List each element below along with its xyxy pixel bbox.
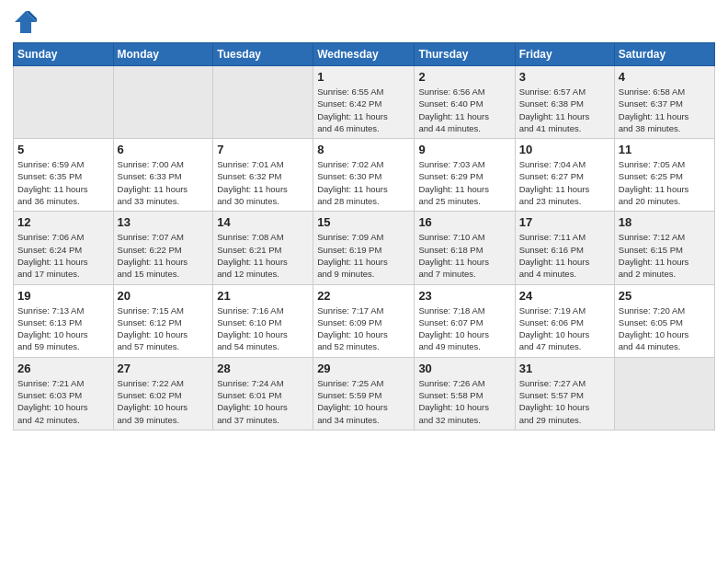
- day-number: 19: [17, 289, 109, 303]
- calendar-day-cell: 28Sunrise: 7:24 AM Sunset: 6:01 PM Dayli…: [213, 357, 313, 430]
- calendar-day-cell: 15Sunrise: 7:09 AM Sunset: 6:19 PM Dayli…: [313, 212, 415, 284]
- weekday-header-thursday: Thursday: [415, 43, 515, 66]
- calendar-week-row: 12Sunrise: 7:06 AM Sunset: 6:24 PM Dayli…: [14, 212, 715, 284]
- weekday-header-row: SundayMondayTuesdayWednesdayThursdayFrid…: [14, 43, 715, 66]
- day-info: Sunrise: 7:21 AM Sunset: 6:03 PM Dayligh…: [17, 377, 109, 426]
- day-info: Sunrise: 7:06 AM Sunset: 6:24 PM Dayligh…: [17, 231, 109, 280]
- day-number: 12: [17, 215, 109, 229]
- day-info: Sunrise: 7:02 AM Sunset: 6:30 PM Dayligh…: [317, 158, 410, 207]
- calendar-day-cell: 20Sunrise: 7:15 AM Sunset: 6:12 PM Dayli…: [113, 284, 213, 357]
- calendar-day-cell: [213, 66, 313, 139]
- day-info: Sunrise: 6:56 AM Sunset: 6:40 PM Dayligh…: [418, 86, 510, 134]
- day-number: 10: [519, 143, 610, 156]
- day-number: 28: [217, 362, 309, 375]
- day-info: Sunrise: 7:08 AM Sunset: 6:21 PM Dayligh…: [217, 231, 309, 280]
- day-number: 17: [519, 215, 610, 229]
- day-number: 6: [118, 143, 210, 156]
- day-info: Sunrise: 7:19 AM Sunset: 6:06 PM Dayligh…: [519, 304, 610, 353]
- day-info: Sunrise: 7:20 AM Sunset: 6:05 PM Dayligh…: [619, 304, 711, 353]
- day-number: 1: [317, 70, 410, 84]
- calendar-week-row: 26Sunrise: 7:21 AM Sunset: 6:03 PM Dayli…: [14, 357, 715, 430]
- calendar-container: SundayMondayTuesdayWednesdayThursdayFrid…: [0, 0, 728, 563]
- day-info: Sunrise: 7:22 AM Sunset: 6:02 PM Dayligh…: [118, 377, 210, 426]
- logo: [13, 9, 42, 35]
- day-info: Sunrise: 6:59 AM Sunset: 6:35 PM Dayligh…: [17, 158, 109, 207]
- day-number: 22: [317, 289, 410, 303]
- day-number: 23: [418, 289, 510, 303]
- day-number: 15: [317, 215, 410, 229]
- day-info: Sunrise: 7:01 AM Sunset: 6:32 PM Dayligh…: [217, 158, 309, 207]
- page-header: [13, 9, 715, 35]
- calendar-week-row: 19Sunrise: 7:13 AM Sunset: 6:13 PM Dayli…: [14, 284, 715, 357]
- calendar-day-cell: 13Sunrise: 7:07 AM Sunset: 6:22 PM Dayli…: [113, 212, 213, 284]
- weekday-header-saturday: Saturday: [614, 43, 714, 66]
- calendar-week-row: 1Sunrise: 6:55 AM Sunset: 6:42 PM Daylig…: [14, 66, 715, 139]
- day-number: 20: [118, 289, 210, 303]
- day-info: Sunrise: 7:03 AM Sunset: 6:29 PM Dayligh…: [418, 158, 510, 207]
- calendar-day-cell: 11Sunrise: 7:05 AM Sunset: 6:25 PM Dayli…: [614, 139, 714, 212]
- calendar-day-cell: 9Sunrise: 7:03 AM Sunset: 6:29 PM Daylig…: [415, 139, 515, 212]
- calendar-day-cell: 19Sunrise: 7:13 AM Sunset: 6:13 PM Dayli…: [14, 284, 114, 357]
- calendar-day-cell: 17Sunrise: 7:11 AM Sunset: 6:16 PM Dayli…: [515, 212, 614, 284]
- calendar-day-cell: 1Sunrise: 6:55 AM Sunset: 6:42 PM Daylig…: [313, 66, 415, 139]
- day-info: Sunrise: 6:58 AM Sunset: 6:37 PM Dayligh…: [619, 86, 711, 134]
- calendar-week-row: 5Sunrise: 6:59 AM Sunset: 6:35 PM Daylig…: [14, 139, 715, 212]
- day-number: 25: [619, 289, 711, 303]
- day-info: Sunrise: 7:15 AM Sunset: 6:12 PM Dayligh…: [118, 304, 210, 353]
- calendar-day-cell: 2Sunrise: 6:56 AM Sunset: 6:40 PM Daylig…: [415, 66, 515, 139]
- calendar-day-cell: 16Sunrise: 7:10 AM Sunset: 6:18 PM Dayli…: [415, 212, 515, 284]
- calendar-day-cell: 6Sunrise: 7:00 AM Sunset: 6:33 PM Daylig…: [113, 139, 213, 212]
- calendar-day-cell: [113, 66, 213, 139]
- weekday-header-friday: Friday: [515, 43, 614, 66]
- calendar-day-cell: 29Sunrise: 7:25 AM Sunset: 5:59 PM Dayli…: [313, 357, 415, 430]
- day-info: Sunrise: 7:11 AM Sunset: 6:16 PM Dayligh…: [519, 231, 610, 280]
- calendar-day-cell: 5Sunrise: 6:59 AM Sunset: 6:35 PM Daylig…: [14, 139, 114, 212]
- day-info: Sunrise: 7:25 AM Sunset: 5:59 PM Dayligh…: [317, 377, 410, 426]
- day-info: Sunrise: 7:04 AM Sunset: 6:27 PM Dayligh…: [519, 158, 610, 207]
- weekday-header-sunday: Sunday: [14, 43, 114, 66]
- day-number: 13: [118, 215, 210, 229]
- calendar-day-cell: 25Sunrise: 7:20 AM Sunset: 6:05 PM Dayli…: [614, 284, 714, 357]
- day-info: Sunrise: 7:00 AM Sunset: 6:33 PM Dayligh…: [118, 158, 210, 207]
- day-info: Sunrise: 7:26 AM Sunset: 5:58 PM Dayligh…: [418, 377, 510, 426]
- day-number: 2: [418, 70, 510, 84]
- calendar-day-cell: 31Sunrise: 7:27 AM Sunset: 5:57 PM Dayli…: [515, 357, 614, 430]
- day-number: 27: [118, 362, 210, 375]
- day-number: 31: [519, 362, 610, 375]
- day-number: 29: [317, 362, 410, 375]
- day-info: Sunrise: 7:05 AM Sunset: 6:25 PM Dayligh…: [619, 158, 711, 207]
- day-info: Sunrise: 7:27 AM Sunset: 5:57 PM Dayligh…: [519, 377, 610, 426]
- weekday-header-monday: Monday: [113, 43, 213, 66]
- day-number: 9: [418, 143, 510, 156]
- calendar-day-cell: 12Sunrise: 7:06 AM Sunset: 6:24 PM Dayli…: [14, 212, 114, 284]
- calendar-day-cell: 23Sunrise: 7:18 AM Sunset: 6:07 PM Dayli…: [415, 284, 515, 357]
- calendar-day-cell: [614, 357, 714, 430]
- calendar-day-cell: 4Sunrise: 6:58 AM Sunset: 6:37 PM Daylig…: [614, 66, 714, 139]
- day-info: Sunrise: 6:57 AM Sunset: 6:38 PM Dayligh…: [519, 86, 610, 134]
- weekday-header-wednesday: Wednesday: [313, 43, 415, 66]
- day-number: 24: [519, 289, 610, 303]
- calendar-day-cell: 24Sunrise: 7:19 AM Sunset: 6:06 PM Dayli…: [515, 284, 614, 357]
- day-number: 30: [418, 362, 510, 375]
- day-number: 5: [17, 143, 109, 156]
- day-number: 16: [418, 215, 510, 229]
- day-info: Sunrise: 7:13 AM Sunset: 6:13 PM Dayligh…: [17, 304, 109, 353]
- calendar-day-cell: 8Sunrise: 7:02 AM Sunset: 6:30 PM Daylig…: [313, 139, 415, 212]
- day-info: Sunrise: 7:07 AM Sunset: 6:22 PM Dayligh…: [118, 231, 210, 280]
- logo-icon: [13, 9, 39, 35]
- weekday-header-tuesday: Tuesday: [213, 43, 313, 66]
- calendar-day-cell: 26Sunrise: 7:21 AM Sunset: 6:03 PM Dayli…: [14, 357, 114, 430]
- calendar-day-cell: 3Sunrise: 6:57 AM Sunset: 6:38 PM Daylig…: [515, 66, 614, 139]
- day-number: 4: [619, 70, 711, 84]
- day-info: Sunrise: 6:55 AM Sunset: 6:42 PM Dayligh…: [317, 86, 410, 134]
- day-number: 11: [619, 143, 711, 156]
- calendar-day-cell: 7Sunrise: 7:01 AM Sunset: 6:32 PM Daylig…: [213, 139, 313, 212]
- calendar-day-cell: 21Sunrise: 7:16 AM Sunset: 6:10 PM Dayli…: [213, 284, 313, 357]
- day-info: Sunrise: 7:09 AM Sunset: 6:19 PM Dayligh…: [317, 231, 410, 280]
- calendar-day-cell: 14Sunrise: 7:08 AM Sunset: 6:21 PM Dayli…: [213, 212, 313, 284]
- day-info: Sunrise: 7:16 AM Sunset: 6:10 PM Dayligh…: [217, 304, 309, 353]
- calendar-day-cell: 10Sunrise: 7:04 AM Sunset: 6:27 PM Dayli…: [515, 139, 614, 212]
- day-number: 8: [317, 143, 410, 156]
- calendar-table: SundayMondayTuesdayWednesdayThursdayFrid…: [13, 42, 715, 431]
- day-info: Sunrise: 7:17 AM Sunset: 6:09 PM Dayligh…: [317, 304, 410, 353]
